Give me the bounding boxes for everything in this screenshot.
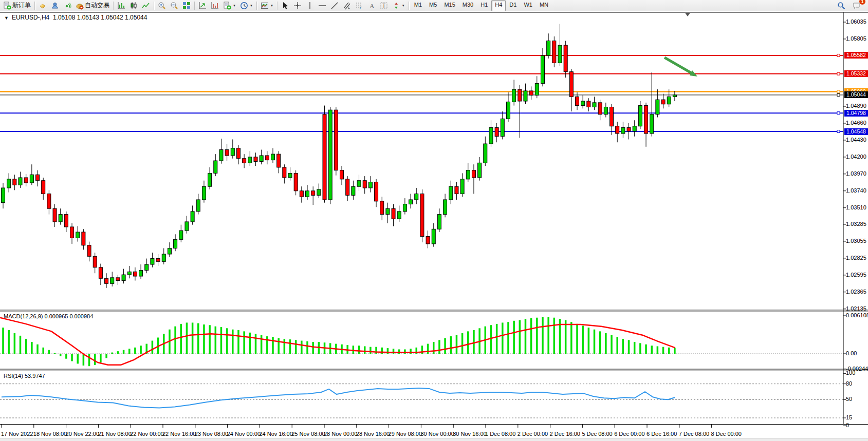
periods-menu-icon bbox=[240, 2, 248, 10]
rsi-indicator-label: RSI(14) 53.9747 bbox=[4, 373, 45, 379]
timeframe-d1-button[interactable]: D1 bbox=[506, 0, 520, 11]
time-axis-label[interactable]: 2 Dec 00:00 bbox=[518, 431, 548, 437]
cursor-tool-icon bbox=[281, 2, 289, 10]
text-label-tool-icon: T bbox=[380, 2, 388, 10]
text-label-tool-button[interactable]: T bbox=[378, 0, 390, 11]
chart-window[interactable] bbox=[0, 0, 868, 441]
templates-dropdown-icon[interactable]: ▼ bbox=[270, 4, 273, 7]
timeframe-m30-button[interactable]: M30 bbox=[459, 0, 477, 11]
trendline-tool-button[interactable] bbox=[328, 0, 341, 11]
time-axis-label[interactable]: 1 Dec 08:00 bbox=[485, 431, 515, 437]
chevron-down-icon[interactable]: ▼ bbox=[4, 15, 9, 21]
community-icon bbox=[51, 2, 59, 10]
line-chart-mode-button[interactable] bbox=[140, 0, 152, 11]
timeframe-m1-button[interactable]: M1 bbox=[411, 0, 426, 11]
time-axis-label[interactable]: 7 Dec 08:00 bbox=[679, 431, 709, 437]
new-order-label: 新订单 bbox=[12, 1, 31, 10]
line-handle[interactable] bbox=[837, 54, 840, 56]
fibonacci-tool-button[interactable]: F bbox=[353, 0, 365, 11]
templates-button[interactable]: ▼ bbox=[258, 0, 275, 11]
zoom-out-button[interactable] bbox=[168, 0, 180, 11]
time-axis-label[interactable]: 6 Dec 16:00 bbox=[647, 431, 677, 437]
time-axis-label[interactable]: 6 Dec 00:00 bbox=[614, 431, 644, 437]
equidistant-channel-tool-button[interactable]: E bbox=[341, 0, 353, 11]
time-axis-label[interactable]: 18 Nov 08:00 bbox=[33, 431, 67, 437]
time-axis-label[interactable]: 24 Nov 16:00 bbox=[259, 431, 292, 437]
time-axis-label[interactable]: 2 Dec 16:00 bbox=[550, 431, 580, 437]
horizontal-line-tool-button[interactable] bbox=[316, 0, 328, 11]
signals-button[interactable] bbox=[61, 0, 73, 11]
time-axis-label[interactable]: 30 Nov 16:00 bbox=[453, 431, 486, 437]
new-order-button[interactable]: 新订单 bbox=[1, 0, 33, 11]
line-handle[interactable] bbox=[837, 90, 840, 93]
time-axis-label[interactable]: 22 Nov 16:00 bbox=[162, 431, 196, 437]
time-axis-label[interactable]: 22 Nov 00:00 bbox=[130, 431, 163, 437]
current-price-price-badge[interactable]: 1.05044 bbox=[844, 91, 868, 98]
support-price-badge[interactable]: 1.04798 bbox=[844, 110, 868, 117]
time-axis-label[interactable]: 21 Nov 08:00 bbox=[98, 431, 131, 437]
svg-text:F: F bbox=[360, 6, 362, 10]
periods-menu-dropdown-icon[interactable]: ▼ bbox=[250, 4, 253, 7]
timeframe-h4-button[interactable]: H4 bbox=[491, 0, 506, 11]
arrows-tool-dropdown-icon[interactable]: ▼ bbox=[402, 4, 405, 7]
community-button[interactable] bbox=[49, 0, 61, 11]
templates-icon bbox=[261, 2, 269, 10]
cursor-tool-button[interactable] bbox=[279, 0, 291, 11]
auto-trading-button[interactable]: 自动交易 bbox=[73, 0, 112, 11]
add-indicator-dropdown-icon[interactable]: ▼ bbox=[233, 4, 236, 7]
search-button[interactable] bbox=[835, 0, 847, 11]
resistance-price-badge[interactable]: 1.05332 bbox=[844, 70, 868, 77]
period-bars-button[interactable] bbox=[209, 0, 221, 11]
tile-windows-button[interactable] bbox=[180, 0, 193, 11]
periods-menu-button[interactable]: ▼ bbox=[238, 0, 255, 11]
time-axis-label[interactable]: 20 Nov 22:00 bbox=[66, 431, 99, 437]
crosshair-tool-button[interactable] bbox=[291, 0, 304, 11]
candle-chart-mode-button[interactable] bbox=[127, 0, 140, 11]
notifications-button[interactable]: 1 bbox=[851, 0, 863, 11]
time-axis-label[interactable]: 29 Nov 08:00 bbox=[389, 431, 422, 437]
time-axis-label[interactable]: 24 Nov 00:00 bbox=[227, 431, 261, 437]
window-bottom-edge bbox=[0, 438, 868, 441]
time-axis-label[interactable]: 28 Nov 00:00 bbox=[324, 431, 357, 437]
add-indicator-button[interactable]: ▼ bbox=[221, 0, 238, 11]
time-axis-label[interactable]: 5 Dec 08:00 bbox=[582, 431, 612, 437]
line-handle[interactable] bbox=[837, 93, 840, 96]
time-axis-label[interactable]: 23 Nov 08:00 bbox=[195, 431, 228, 437]
time-axis-label[interactable]: 30 Nov 00:00 bbox=[420, 431, 454, 437]
timeframe-m5-button[interactable]: M5 bbox=[426, 0, 440, 11]
vertical-line-tool-button[interactable] bbox=[304, 0, 316, 11]
line-handle[interactable] bbox=[837, 112, 840, 114]
rsi-tick-label: 0 bbox=[846, 422, 849, 428]
time-axis-label[interactable]: 17 Nov 2022 bbox=[1, 431, 33, 437]
add-indicator-icon bbox=[223, 2, 231, 10]
time-axis-label[interactable]: 28 Nov 16:00 bbox=[356, 431, 390, 437]
toolbar-separator bbox=[256, 2, 257, 10]
timeframe-mn-button[interactable]: MN bbox=[536, 0, 552, 11]
price-tick-label: 1.02365 bbox=[846, 289, 866, 295]
zoom-in-button[interactable] bbox=[156, 0, 168, 11]
macd-tick-label: 0.00 bbox=[846, 350, 857, 356]
bar-chart-mode-button[interactable] bbox=[115, 0, 127, 11]
chart-ohlc-values: 1.05108 1.05143 1.05042 1.05044 bbox=[53, 14, 147, 21]
timeframe-m15-button[interactable]: M15 bbox=[440, 0, 458, 11]
auto-trading-label: 自动交易 bbox=[85, 1, 109, 10]
chart-title[interactable]: ▼EURUSD-,H4 1.05108 1.05143 1.05042 1.05… bbox=[4, 14, 147, 21]
rsi-tick-label: 80 bbox=[846, 380, 852, 387]
line-handle[interactable] bbox=[837, 130, 840, 133]
price-tick-label: 1.03510 bbox=[846, 204, 866, 210]
support-price-badge[interactable]: 1.04548 bbox=[844, 128, 868, 135]
arrows-tool-button[interactable]: ▼ bbox=[390, 0, 407, 11]
timeframe-w1-button[interactable]: W1 bbox=[520, 0, 536, 11]
resistance-price-badge[interactable]: 1.05582 bbox=[844, 52, 868, 59]
timeframe-h1-button[interactable]: H1 bbox=[477, 0, 491, 11]
equidistant-channel-tool-icon: E bbox=[343, 2, 351, 10]
indicators-list-button[interactable] bbox=[196, 0, 209, 11]
time-axis-label[interactable]: 8 Dec 00:00 bbox=[711, 431, 742, 437]
market-watch-button[interactable] bbox=[36, 0, 49, 11]
text-tool-button[interactable]: A bbox=[365, 0, 378, 11]
chart-symbol-timeframe: EURUSD-,H4 bbox=[12, 14, 49, 21]
price-tick-label: 1.04890 bbox=[846, 103, 866, 109]
line-handle[interactable] bbox=[837, 72, 840, 75]
time-axis-label[interactable]: 25 Nov 08:00 bbox=[291, 431, 325, 437]
trendline-tool-icon bbox=[330, 2, 339, 10]
